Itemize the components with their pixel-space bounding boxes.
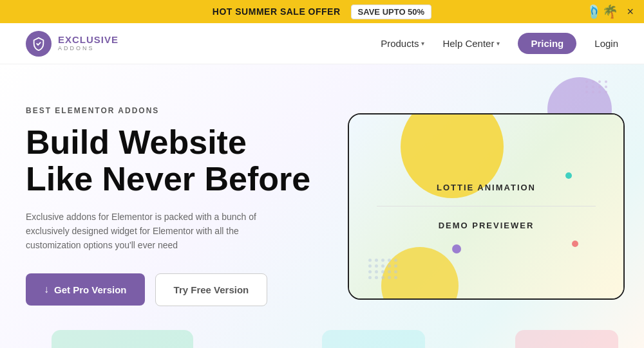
hero-description: Exclusive addons for Elementor is packed… — [26, 210, 270, 253]
banner-icon: 🩴🌴 — [586, 4, 618, 19]
cta-buttons: ↓ Get Pro Version Try Free Version — [26, 273, 335, 306]
card-dot-red — [572, 241, 578, 247]
logo-icon — [26, 31, 52, 57]
card-dot-purple — [452, 244, 461, 253]
card-separator — [377, 206, 596, 206]
demo-section: LOTTIE ANIMATION DEMO PREVIEWER — [335, 113, 625, 300]
navbar: EXCLUSIVE ADDONS Products ▾ Help Center … — [0, 23, 644, 64]
demo-card: LOTTIE ANIMATION DEMO PREVIEWER — [348, 113, 625, 300]
help-center-nav[interactable]: Help Center ▾ — [442, 38, 500, 49]
card-label-2: DEMO PREVIEWER — [439, 219, 535, 231]
logo-name: EXCLUSIVE — [58, 35, 118, 46]
products-nav[interactable]: Products ▾ — [381, 38, 424, 49]
top-banner: HOT SUMMER SALE OFFER SAVE UPTO 50% 🩴🌴 × — [0, 0, 644, 23]
bg-dots — [585, 80, 609, 93]
nav-links: Products ▾ Help Center ▾ Pricing Login — [381, 33, 618, 54]
card-label-1: LOTTIE ANIMATION — [437, 181, 536, 193]
chevron-down-icon: ▾ — [421, 40, 424, 47]
logo-sub: ADDONS — [58, 46, 118, 52]
bottom-bar-green — [52, 330, 193, 348]
close-button[interactable]: × — [627, 5, 634, 19]
chevron-down-icon: ▾ — [497, 40, 500, 47]
headline-line1: Build Website — [26, 124, 247, 161]
main-section: BEST ELEMENTOR ADDONS Build Website Like… — [0, 64, 644, 348]
try-free-button[interactable]: Try Free Version — [155, 273, 268, 306]
login-link[interactable]: Login — [594, 38, 618, 49]
card-dots — [368, 259, 398, 279]
save-badge[interactable]: SAVE UPTO 50% — [351, 5, 432, 19]
hero-content: BEST ELEMENTOR ADDONS Build Website Like… — [26, 106, 335, 306]
headline: Build Website Like Never Before — [26, 124, 335, 197]
pricing-button[interactable]: Pricing — [518, 33, 576, 54]
get-pro-button[interactable]: ↓ Get Pro Version — [26, 273, 145, 306]
card-dot-teal — [565, 172, 572, 179]
bottom-bar-pink — [515, 330, 618, 348]
logo-text: EXCLUSIVE ADDONS — [58, 35, 118, 51]
download-icon: ↓ — [44, 284, 49, 295]
headline-line2: Like Never Before — [26, 160, 310, 197]
tagline: BEST ELEMENTOR ADDONS — [26, 106, 335, 115]
bottom-bar-teal — [322, 330, 425, 348]
offer-text: HOT SUMMER SALE OFFER — [213, 6, 341, 17]
logo[interactable]: EXCLUSIVE ADDONS — [26, 31, 118, 57]
